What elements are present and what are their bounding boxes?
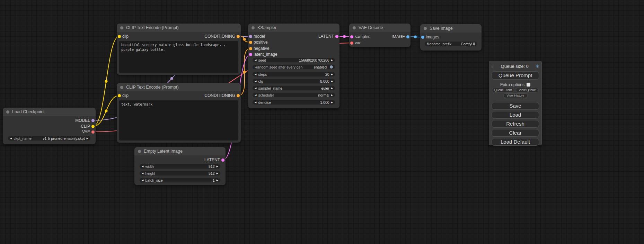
filename-prefix-widget[interactable]: filename_prefix ComfyUI	[424, 41, 477, 46]
slot-label: LATENT	[204, 157, 220, 162]
view-history-button[interactable]: View History	[503, 93, 528, 98]
node-title-bar[interactable]: CLIP Text Encode (Prompt)	[117, 83, 241, 91]
increment-arrow-icon[interactable]: ▶	[331, 101, 333, 103]
decrement-arrow-icon[interactable]: ◀	[10, 137, 12, 139]
node-title-bar[interactable]: Load Checkpoint	[3, 108, 96, 116]
images-input-dot[interactable]	[421, 36, 424, 39]
width-widget[interactable]: ◀ width 512 ▶	[139, 164, 221, 169]
node-ksampler[interactable]: KSampler model positive negative latent_…	[248, 24, 339, 108]
queue-prompt-button[interactable]: Queue Prompt	[492, 71, 539, 80]
widget-value: normal	[318, 93, 329, 97]
clip-input-dot[interactable]	[118, 35, 121, 38]
negative-input-dot[interactable]	[249, 47, 252, 50]
wire-midpoint-dot	[105, 80, 108, 83]
samples-input-dot[interactable]	[350, 35, 353, 38]
node-title-bar[interactable]: Empty Latent Image	[134, 147, 226, 155]
node-clip-text-encode-negative[interactable]: CLIP Text Encode (Prompt) clip CONDITION…	[117, 83, 241, 143]
increment-arrow-icon[interactable]: ▶	[331, 59, 333, 61]
steps-widget[interactable]: ◀ steps 20 ▶	[252, 72, 335, 77]
decrement-arrow-icon[interactable]: ◀	[142, 172, 143, 174]
node-collapse-dot-icon[interactable]	[120, 86, 123, 89]
queue-front-button[interactable]: Queue Front	[492, 88, 514, 92]
input-slot-clip: clip	[117, 93, 129, 98]
positive-prompt-textarea[interactable]: beautiful scenery nature glass bottle la…	[119, 41, 238, 73]
node-collapse-dot-icon[interactable]	[353, 26, 356, 29]
node-title-bar[interactable]: CLIP Text Encode (Prompt)	[117, 24, 241, 32]
widget-label: steps	[258, 72, 267, 76]
refresh-button[interactable]: Refresh	[492, 120, 539, 128]
decrement-arrow-icon[interactable]: ◀	[255, 87, 256, 89]
node-title-bar[interactable]: VAE Decode	[349, 24, 411, 32]
node-title-bar[interactable]: Save Image	[420, 24, 482, 33]
view-queue-button[interactable]: View Queue	[516, 88, 539, 92]
node-canvas[interactable]: Load Checkpoint MODEL CLIP VAE ◀ ckpt_na…	[0, 0, 644, 244]
latent-output-dot[interactable]	[221, 159, 224, 162]
load-default-button[interactable]: Load Default	[492, 138, 539, 146]
conditioning-output-dot[interactable]	[237, 94, 240, 97]
increment-arrow-icon[interactable]: ▶	[331, 94, 333, 96]
input-slot-model: model	[248, 34, 265, 39]
extra-options-label: Extra options	[500, 82, 524, 87]
extra-options-checkbox[interactable]	[527, 83, 530, 87]
node-collapse-dot-icon[interactable]	[424, 27, 427, 30]
increment-arrow-icon[interactable]: ▶	[331, 80, 333, 82]
sampler-name-widget[interactable]: ◀ sampler_name euler ▶	[252, 85, 335, 91]
seed-widget[interactable]: ◀ seed 156680208700286 ▶	[252, 57, 335, 63]
vae-input-dot[interactable]	[350, 42, 353, 45]
latent-output-dot[interactable]	[335, 35, 338, 38]
clip-output-dot[interactable]	[91, 125, 95, 128]
random-seed-toggle-icon[interactable]	[330, 65, 333, 69]
latent-image-input-dot[interactable]	[249, 53, 252, 56]
model-input-dot[interactable]	[249, 35, 252, 38]
node-collapse-dot-icon[interactable]	[120, 26, 123, 29]
node-title-bar[interactable]: KSampler	[248, 24, 339, 32]
node-clip-text-encode-positive[interactable]: CLIP Text Encode (Prompt) clip CONDITION…	[117, 24, 241, 75]
widget-value: 20	[325, 72, 329, 76]
increment-arrow-icon[interactable]: ▶	[331, 73, 333, 75]
wire-midpoint-dot	[343, 35, 346, 38]
negative-prompt-textarea[interactable]: text, watermark	[119, 100, 238, 141]
node-collapse-dot-icon[interactable]	[138, 150, 141, 153]
image-output-dot[interactable]	[406, 35, 409, 38]
decrement-arrow-icon[interactable]: ◀	[255, 80, 256, 82]
positive-input-dot[interactable]	[249, 41, 252, 44]
node-load-checkpoint[interactable]: Load Checkpoint MODEL CLIP VAE ◀ ckpt_na…	[3, 108, 96, 144]
save-button[interactable]: Save	[492, 102, 539, 110]
batch-size-widget[interactable]: ◀ batch_size 1 ▶	[139, 178, 221, 183]
decrement-arrow-icon[interactable]: ◀	[255, 59, 256, 61]
scheduler-widget[interactable]: ◀ scheduler normal ▶	[252, 92, 335, 98]
decrement-arrow-icon[interactable]: ◀	[142, 165, 143, 168]
input-slot-clip: clip	[117, 34, 129, 39]
denoise-widget[interactable]: ◀ denoise 1.000 ▶	[252, 100, 335, 105]
settings-gear-icon[interactable]: ✳	[536, 64, 539, 69]
model-output-dot[interactable]	[91, 119, 95, 122]
node-save-image[interactable]: Save Image images filename_prefix ComfyU…	[420, 24, 482, 51]
increment-arrow-icon[interactable]: ▶	[331, 87, 333, 89]
load-button[interactable]: Load	[492, 111, 539, 119]
ckpt-name-widget[interactable]: ◀ ckpt_name v1-5-pruned-emaonly.ckpt ▶	[8, 136, 91, 141]
wire-midpoint-dot	[105, 110, 108, 112]
node-collapse-dot-icon[interactable]	[6, 110, 9, 114]
drag-handle-icon[interactable]: ⣿	[491, 64, 494, 68]
decrement-arrow-icon[interactable]: ◀	[255, 94, 256, 96]
clip-input-dot[interactable]	[118, 94, 121, 97]
vae-output-dot[interactable]	[91, 130, 95, 134]
node-title: Load Checkpoint	[12, 109, 45, 114]
random-seed-widget[interactable]: Random seed after every gen enabled	[252, 64, 335, 70]
decrement-arrow-icon[interactable]: ◀	[142, 179, 143, 181]
increment-arrow-icon[interactable]: ▶	[217, 165, 218, 168]
decrement-arrow-icon[interactable]: ◀	[255, 101, 256, 103]
conditioning-output-dot[interactable]	[237, 35, 240, 38]
decrement-arrow-icon[interactable]: ◀	[255, 73, 256, 75]
node-empty-latent-image[interactable]: Empty Latent Image LATENT ◀ width 512 ▶ …	[134, 147, 226, 185]
node-title: VAE Decode	[359, 25, 383, 30]
node-collapse-dot-icon[interactable]	[252, 26, 255, 29]
clear-button[interactable]: Clear	[492, 129, 539, 137]
increment-arrow-icon[interactable]: ▶	[217, 179, 218, 181]
slot-label: CLIP	[81, 124, 90, 129]
node-vae-decode[interactable]: VAE Decode samples vae IMAGE	[349, 24, 411, 47]
increment-arrow-icon[interactable]: ▶	[87, 137, 88, 139]
increment-arrow-icon[interactable]: ▶	[217, 172, 218, 174]
height-widget[interactable]: ◀ height 512 ▶	[139, 171, 221, 176]
cfg-widget[interactable]: ◀ cfg 8.000 ▶	[252, 79, 335, 84]
